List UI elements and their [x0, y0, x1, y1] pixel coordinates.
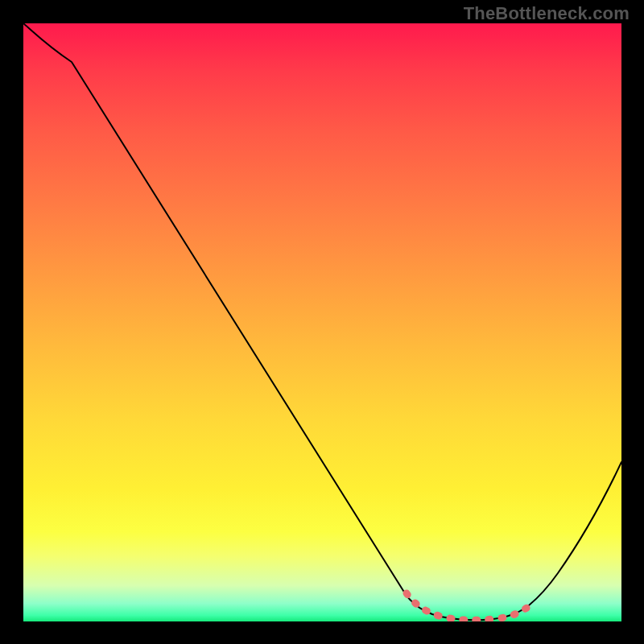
chart-frame: TheBottleneck.com [0, 0, 644, 644]
watermark-text: TheBottleneck.com [464, 3, 630, 24]
bottleneck-curve [23, 23, 621, 620]
plot-area [23, 23, 621, 621]
optimal-zone-dotted [407, 593, 532, 620]
curve-layer [23, 23, 621, 621]
